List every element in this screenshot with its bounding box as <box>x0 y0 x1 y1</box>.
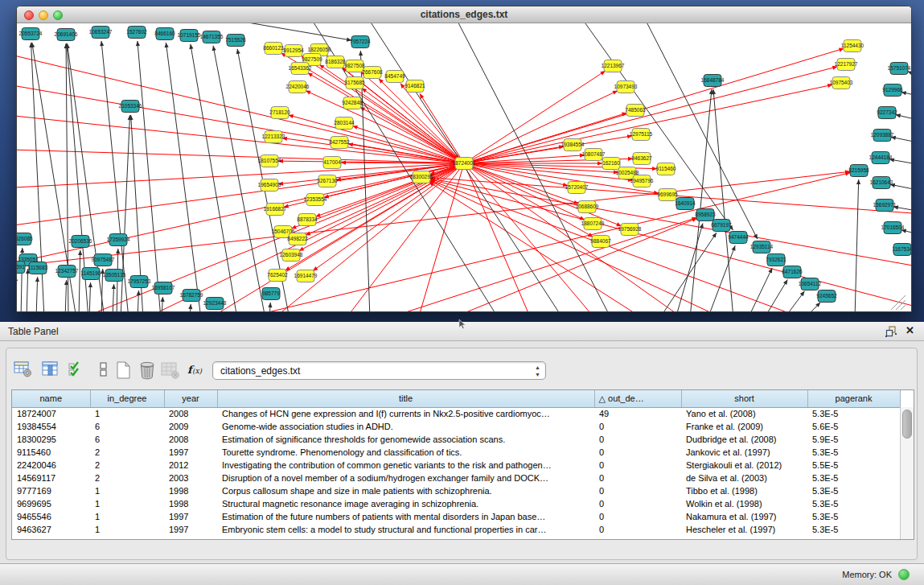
graph-node-teal[interactable]: 12935114 <box>750 241 774 253</box>
graph-node-teal[interactable]: 15692971 <box>873 200 897 212</box>
graph-node-yellow[interactable]: 12603948 <box>280 249 303 262</box>
graph-node-yellow[interactable]: 12217927 <box>835 59 858 71</box>
graph-node-teal[interactable]: 8471626 <box>782 266 803 278</box>
graph-node-teal[interactable]: 15751074 <box>888 63 911 75</box>
graph-node-teal[interactable]: 12093887 <box>871 130 894 142</box>
graph-node-teal[interactable]: 16210643 <box>870 177 893 189</box>
graph-node-yellow[interactable]: 16543362 <box>289 63 312 75</box>
graph-node-yellow[interactable]: 2667608 <box>362 67 383 79</box>
table-row[interactable]: 2242004622012Investigating the contribut… <box>12 459 900 472</box>
graph-node-yellow[interactable]: 10973493 <box>614 81 638 93</box>
graph-node-teal[interactable]: 12923448 <box>203 298 227 310</box>
column-header[interactable]: name <box>12 390 90 407</box>
table-row[interactable]: 1872400712008Changes of HCN gene express… <box>12 407 900 420</box>
node-table[interactable]: namein_degreeyeartitle△ out_de…shortpage… <box>11 389 914 540</box>
graph-node-teal[interactable]: 12342757 <box>55 266 79 278</box>
graph-node-yellow[interactable]: 12353554 <box>304 194 327 206</box>
graph-node-yellow[interactable]: 8912954 <box>283 45 304 57</box>
delete-column-button[interactable] <box>136 360 157 379</box>
graph-node-yellow[interactable]: 22420046 <box>286 81 310 93</box>
table-row[interactable]: 946554611997Estimation of the future num… <box>12 510 900 523</box>
graph-node-yellow[interactable]: 9242848 <box>342 97 363 109</box>
graph-node-teal[interactable]: 8466160 <box>154 28 175 40</box>
graph-node-yellow[interactable]: 8186328 <box>325 56 346 68</box>
graph-node-yellow[interactable]: 19756928 <box>618 224 642 236</box>
graph-node-teal[interactable]: 20206536 <box>69 236 92 248</box>
network-graph[interactable]: 1872400718300295866012389129541822605898… <box>17 23 911 311</box>
graph-node-yellow[interactable]: 3175685 <box>344 77 365 89</box>
graph-node-teal[interactable]: 6679197 <box>711 220 732 232</box>
column-header[interactable]: title <box>217 390 594 407</box>
graph-node-teal[interactable]: 1640914 <box>675 198 696 210</box>
network-canvas[interactable]: 1872400718300295866012389129541822605898… <box>17 23 911 311</box>
graph-node-teal[interactable]: 9245652 <box>816 290 837 303</box>
graph-node-teal[interactable]: 10654112 <box>799 278 822 290</box>
graph-node-yellow[interactable]: 10975403 <box>830 77 853 89</box>
close-panel-icon[interactable]: ✕ <box>906 324 914 336</box>
graph-node-yellow[interactable]: 2718120 <box>269 107 290 119</box>
graph-node-teal[interactable]: 9227342 <box>877 107 897 119</box>
row-options-button[interactable] <box>93 360 114 379</box>
graph-node-teal[interactable]: 21053346 <box>119 101 142 113</box>
function-builder-button[interactable]: f(x) <box>185 360 206 379</box>
table-row[interactable]: 946362711997Embryonic stem cells: a mode… <box>12 523 900 536</box>
graph-node-yellow[interactable]: 2803144 <box>334 117 355 130</box>
graph-node-teal[interactable]: 90975487 <box>92 254 115 266</box>
graph-node-yellow[interactable]: 15720407 <box>565 182 589 194</box>
graph-node-teal[interactable]: 13505135 <box>103 270 126 282</box>
graph-node-teal[interactable]: 17016504 <box>881 222 905 234</box>
graph-node-yellow[interactable]: 162160 <box>602 158 620 170</box>
float-panel-icon[interactable] <box>885 326 897 337</box>
graph-node-yellow[interactable]: 10807487 <box>582 149 606 161</box>
create-new-column-button[interactable] <box>113 360 133 379</box>
select-all-rows-button[interactable] <box>66 360 87 379</box>
graph-node-yellow[interactable]: 18807249 <box>581 218 605 230</box>
graph-node-teal[interactable]: 17957253 <box>128 276 151 288</box>
graph-node-yellow[interactable]: 19384554 <box>561 139 585 151</box>
graph-node-yellow[interactable]: 9699695 <box>657 189 678 201</box>
graph-node-yellow[interactable]: 18724007 <box>453 158 476 170</box>
graph-node-yellow[interactable]: 8660123 <box>263 43 284 55</box>
graph-node-teal[interactable]: 17359924 <box>107 234 130 246</box>
graph-node-teal[interactable]: 8958923 <box>695 209 716 221</box>
graph-node-teal[interactable]: 9129966 <box>882 84 903 97</box>
graph-node-yellow[interactable]: 19654903 <box>258 179 281 192</box>
graph-node-teal[interactable]: 10653247 <box>89 27 113 39</box>
graph-node-yellow[interactable]: 12213323 <box>262 131 285 143</box>
graph-node-teal[interactable]: 2526085 <box>17 233 33 245</box>
graph-node-yellow[interactable]: 7625402 <box>267 270 288 282</box>
graph-node-teal[interactable]: 7515526 <box>225 35 246 47</box>
graph-node-yellow[interactable]: 12975115 <box>630 129 653 141</box>
show-columns-button[interactable] <box>40 360 61 379</box>
table-row[interactable]: 911546021997Tourette syndrome. Phenomeno… <box>12 446 900 459</box>
column-header[interactable]: pagerank <box>807 390 900 407</box>
column-header[interactable]: year <box>164 390 217 407</box>
graph-node-teal[interactable]: 14671355 <box>200 31 224 43</box>
graph-node-teal[interactable]: 16782759 <box>180 290 203 302</box>
graph-node-yellow[interactable]: 9115460 <box>656 163 676 175</box>
delete-table-button[interactable] <box>159 360 180 379</box>
graph-node-yellow[interactable]: 10688609 <box>576 201 599 213</box>
table-row[interactable]: 969969511998Structural magnetic resonanc… <box>12 497 900 510</box>
table-row[interactable]: 1830029562008Estimation of significance … <box>12 433 900 446</box>
graph-node-yellow[interactable]: 417004 <box>323 157 341 169</box>
graph-node-teal[interactable]: 985779 <box>262 288 280 300</box>
table-mode-button[interactable] <box>13 360 34 379</box>
graph-node-yellow[interactable]: 9884067 <box>590 236 611 248</box>
graph-node-teal[interactable]: 391591 <box>17 262 25 274</box>
graph-node-yellow[interactable]: 3267130 <box>317 175 338 187</box>
memory-status-indicator[interactable] <box>898 569 910 580</box>
graph-node-teal[interactable]: 7932621 <box>766 254 786 266</box>
graph-node-yellow[interactable]: 11254430 <box>841 40 864 52</box>
graph-node-yellow[interactable]: 9146821 <box>405 80 425 93</box>
graph-node-yellow[interactable]: 16914479 <box>294 270 318 282</box>
graph-node-teal[interactable]: 1527602 <box>126 27 147 39</box>
graph-node-yellow[interactable]: 12213967 <box>602 60 625 72</box>
table-scrollbar[interactable] <box>900 407 914 539</box>
graph-node-teal[interactable]: 16848784 <box>701 75 725 87</box>
graph-node-teal[interactable]: 1115683 <box>28 262 48 274</box>
graph-node-teal[interactable]: 20553724 <box>19 28 43 40</box>
graph-node-yellow[interactable]: 8454749 <box>384 71 405 83</box>
table-row[interactable]: 1456911722003Disruption of a novel membe… <box>12 472 900 484</box>
window-titlebar[interactable]: citations_edges.txt <box>17 6 911 23</box>
